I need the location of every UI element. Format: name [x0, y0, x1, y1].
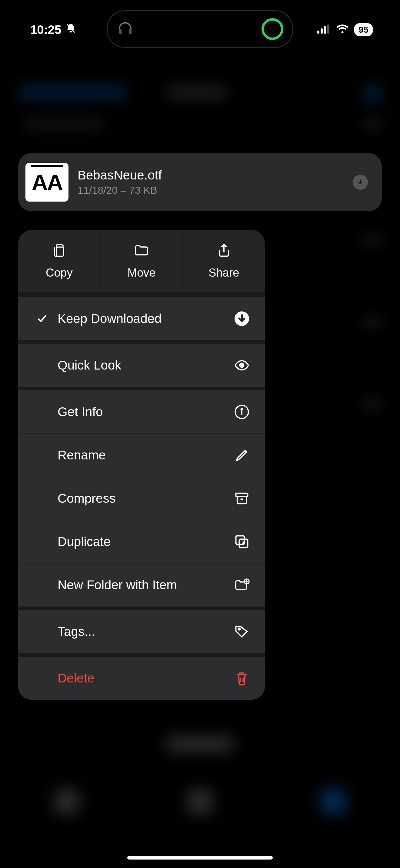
file-name: BebasNeue.otf	[78, 168, 353, 182]
svg-rect-4	[324, 26, 326, 34]
info-icon	[233, 404, 250, 420]
home-indicator[interactable]	[127, 856, 273, 860]
menu-label: New Folder with Item	[53, 578, 233, 592]
file-preview-card[interactable]: AA BebasNeue.otf 11/18/20 – 73 KB	[18, 153, 382, 211]
menu-label: Delete	[53, 671, 233, 685]
svg-rect-2	[317, 31, 319, 34]
file-size: 73 KB	[129, 184, 157, 196]
battery-badge: 95	[354, 23, 373, 36]
svg-rect-6	[57, 247, 64, 256]
file-date: 11/18/20	[78, 184, 118, 196]
bell-slash-icon	[65, 23, 76, 37]
download-circle-icon	[233, 311, 250, 326]
menu-quick-look[interactable]: Quick Look	[18, 344, 265, 387]
top-action-row: Copy Move Share	[18, 230, 265, 292]
folder-icon	[134, 242, 149, 261]
menu-compress[interactable]: Compress	[18, 477, 265, 520]
menu-duplicate[interactable]: Duplicate	[18, 520, 265, 563]
menu-keep-downloaded[interactable]: Keep Downloaded	[18, 297, 265, 340]
share-label: Share	[208, 266, 239, 279]
cellular-icon	[317, 25, 331, 35]
blurred-background-rows	[361, 221, 385, 478]
copy-button[interactable]: Copy	[18, 230, 101, 292]
copy-label: Copy	[46, 266, 73, 279]
move-label: Move	[127, 266, 156, 279]
blurred-bottom-label	[0, 735, 400, 762]
copy-icon	[51, 242, 67, 261]
pencil-icon	[233, 447, 250, 463]
folder-plus-icon	[233, 577, 250, 593]
duplicate-icon	[233, 534, 250, 550]
menu-label: Get Info	[53, 405, 233, 419]
menu-get-info[interactable]: Get Info	[18, 391, 265, 433]
menu-new-folder[interactable]: New Folder with Item	[18, 563, 265, 607]
menu-delete[interactable]: Delete	[18, 657, 265, 700]
font-thumbnail: AA	[25, 163, 68, 202]
menu-label: Rename	[53, 448, 233, 462]
wifi-icon	[336, 24, 349, 35]
eye-icon	[233, 358, 250, 373]
svg-rect-5	[327, 25, 330, 34]
menu-label: Compress	[53, 491, 233, 506]
tag-icon	[233, 624, 250, 640]
menu-rename[interactable]: Rename	[18, 433, 265, 477]
trash-icon	[233, 670, 250, 686]
svg-point-7	[240, 364, 244, 367]
archivebox-icon	[233, 491, 250, 506]
clock: 10:25	[30, 23, 61, 37]
menu-label: Duplicate	[53, 534, 233, 549]
svg-rect-3	[321, 28, 323, 34]
svg-point-9	[241, 409, 242, 410]
status-bar: 10:25 95	[0, 18, 400, 41]
menu-label: Tags...	[53, 624, 233, 639]
thumbnail-text: AA	[32, 169, 62, 195]
menu-tags[interactable]: Tags...	[18, 610, 265, 653]
menu-label: Keep Downloaded	[53, 311, 233, 326]
share-icon	[216, 242, 232, 261]
blurred-tab-bar	[0, 768, 400, 835]
checkmark-icon	[30, 313, 53, 325]
share-button[interactable]: Share	[183, 230, 265, 292]
menu-label: Quick Look	[53, 358, 233, 373]
file-subtitle: 11/18/20 – 73 KB	[78, 184, 353, 196]
download-status-icon	[353, 175, 368, 190]
context-menu: Copy Move Share Keep Downloaded Quick Lo…	[18, 230, 265, 700]
svg-rect-10	[236, 493, 248, 497]
move-button[interactable]: Move	[101, 230, 183, 292]
battery-level: 95	[359, 25, 369, 35]
blurred-background	[0, 76, 400, 136]
svg-point-14	[238, 628, 240, 630]
